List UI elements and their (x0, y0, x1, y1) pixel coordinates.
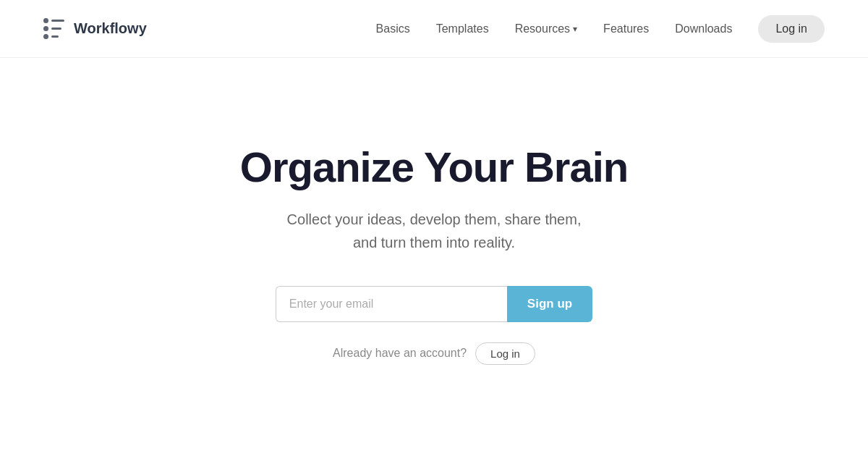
logo-icon (43, 17, 67, 41)
logo[interactable]: Workflowy (43, 17, 147, 41)
email-input[interactable] (276, 286, 507, 322)
logo-line (51, 35, 59, 38)
logo-dot (43, 26, 48, 31)
logo-line (51, 28, 61, 30)
hero-section: Organize Your Brain Collect your ideas, … (0, 58, 868, 451)
already-account-section: Already have an account? Log in (333, 342, 535, 365)
main-nav: Basics Templates Resources ▾ Features Do… (376, 15, 825, 43)
hero-subtitle-line2: and turn them into reality. (353, 235, 515, 250)
nav-basics[interactable]: Basics (376, 22, 410, 35)
already-account-text: Already have an account? (333, 347, 467, 360)
hero-subtitle: Collect your ideas, develop them, share … (287, 208, 582, 254)
header-login-button[interactable]: Log in (758, 15, 825, 43)
already-login-button[interactable]: Log in (475, 342, 535, 365)
nav-features[interactable]: Features (603, 22, 649, 35)
logo-icon-row-2 (43, 26, 67, 31)
nav-downloads[interactable]: Downloads (675, 22, 732, 35)
nav-resources[interactable]: Resources ▾ (515, 22, 577, 35)
hero-title: Organize Your Brain (240, 144, 628, 190)
hero-subtitle-line1: Collect your ideas, develop them, share … (287, 211, 582, 227)
logo-dot (43, 34, 48, 39)
logo-icon-row-3 (43, 34, 67, 39)
chevron-down-icon: ▾ (573, 24, 577, 34)
signup-form: Sign up (276, 286, 592, 322)
nav-resources-label: Resources (515, 22, 570, 35)
nav-templates[interactable]: Templates (436, 22, 489, 35)
signup-button[interactable]: Sign up (507, 286, 592, 322)
site-header: Workflowy Basics Templates Resources ▾ F… (0, 0, 868, 58)
logo-dot (43, 18, 48, 23)
logo-icon-row-1 (43, 18, 67, 23)
logo-line (51, 20, 64, 22)
brand-name: Workflowy (74, 20, 147, 37)
